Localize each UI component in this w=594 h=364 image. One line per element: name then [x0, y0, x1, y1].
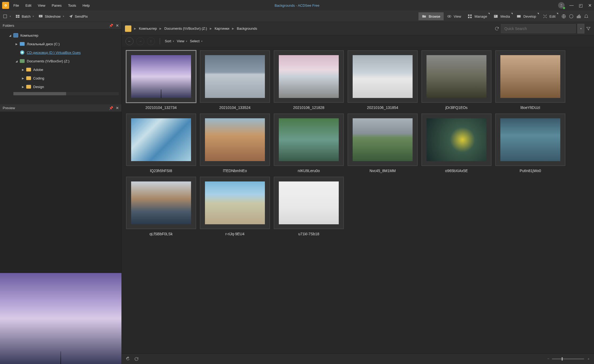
menu-view[interactable]: View [38, 3, 45, 7]
reload-icon[interactable] [134, 357, 139, 361]
close-button[interactable]: ✕ [588, 3, 592, 8]
globe-icon[interactable] [561, 14, 566, 19]
mode-media[interactable]: Media [490, 12, 513, 20]
close-panel-icon[interactable]: ✕ [116, 106, 119, 110]
menu-edit[interactable]: Edit [25, 3, 31, 7]
tree-local-disk[interactable]: ▶Локальный диск (C:) [0, 40, 121, 48]
menu-tools[interactable]: Tools [68, 3, 76, 7]
zoom-out-icon[interactable]: − [547, 357, 549, 361]
thumbnail-item[interactable]: o965bXiAx5E [421, 113, 492, 173]
thumbnail-item[interactable]: PutIn81jWo0 [495, 113, 565, 173]
zoom-in-icon[interactable]: ＋ [587, 357, 590, 361]
svg-rect-23 [580, 16, 581, 18]
batch-button[interactable]: Batch▾ [15, 14, 34, 19]
breadcrumb: ▶ Компьютер ▶ Documents (\\VBoxSvr) (Z:)… [122, 22, 594, 35]
tree-coding[interactable]: ▶Coding [0, 74, 121, 82]
search-input[interactable] [501, 24, 576, 33]
tree-documents[interactable]: ◢Documents (\\VBoxSvr) (Z:) [0, 57, 121, 65]
crumb-computer[interactable]: Компьютер [139, 26, 157, 31]
thumbnail-name: o965bXiAx5E [445, 169, 468, 173]
thumbnail-item[interactable]: lTEDNbmhIEo [200, 113, 270, 173]
thumbnail-image [279, 181, 339, 224]
svg-rect-13 [468, 17, 470, 18]
thumbnail-item[interactable]: r-riJq-9EU4 [200, 177, 270, 236]
thumbnail-name: 20210106_121828 [293, 105, 325, 110]
svg-rect-4 [16, 15, 17, 16]
search-options-button[interactable]: ▾ [577, 24, 584, 33]
new-button[interactable]: ▾ [3, 14, 11, 19]
select-dropdown[interactable]: Select▾ [190, 39, 203, 43]
titlebar: File Edit View Panes Tools Help Backgrou… [0, 0, 594, 11]
sync-icon[interactable] [125, 357, 130, 361]
tree-design[interactable]: ▶Design [0, 82, 121, 91]
preview-panel-title: Preview [3, 106, 15, 110]
nav-up-button[interactable]: ↑ [147, 37, 155, 45]
user-account-icon[interactable] [558, 2, 565, 9]
svg-point-2 [561, 4, 562, 5]
menu-panes[interactable]: Panes [52, 3, 62, 7]
thumbnail-item[interactable]: nIKU9Leru0o [274, 113, 344, 173]
tree-computer[interactable]: ◢Компьютер [0, 31, 121, 40]
pin-icon[interactable]: 📌 [109, 106, 113, 110]
tree-adobe[interactable]: ▶Adobe [0, 65, 121, 74]
thumbnail-item[interactable]: 20210104_132734 [126, 50, 196, 110]
select-label: Select [190, 39, 200, 43]
nav-back-button[interactable]: ← [125, 37, 134, 45]
thumbnail-name: qLfSBbF0LSk [150, 232, 173, 236]
thumbnail-item[interactable]: l8oeYltDUzI [495, 50, 565, 110]
mode-view[interactable]: View [444, 12, 464, 20]
menu-file[interactable]: File [13, 3, 19, 7]
svg-rect-20 [577, 16, 577, 18]
mode-view-label: View [454, 14, 461, 18]
tree-cd[interactable]: CD-дисковод (D:) VirtualBox Gues [0, 48, 121, 57]
crumb-pics[interactable]: Картинки [215, 26, 229, 31]
thumbnail-item[interactable]: Nvc45_8M1MM [348, 113, 418, 173]
sort-dropdown[interactable]: Sort▾ [165, 39, 174, 43]
nav-forward-button[interactable]: → [136, 37, 144, 45]
close-panel-icon[interactable]: ✕ [116, 24, 119, 28]
thumbnail-item[interactable]: lQ23h5hFSI8 [126, 113, 196, 173]
bell-icon[interactable] [584, 14, 589, 19]
thumbnail-frame [348, 113, 418, 166]
thumbnail-image [131, 55, 191, 98]
thumbnail-frame [274, 177, 344, 229]
mode-media-label: Media [500, 14, 510, 18]
crumb-bg[interactable]: Backgrounds [237, 26, 257, 31]
chart-icon[interactable] [576, 14, 581, 19]
minimize-button[interactable]: — [569, 3, 574, 8]
view-dropdown[interactable]: View▾ [177, 39, 187, 43]
mode-develop[interactable]: Develop [513, 12, 539, 20]
thumbnail-image [279, 55, 339, 98]
thumbnail-frame [126, 177, 196, 229]
thumbnail-item[interactable]: qLfSBbF0LSk [126, 177, 196, 236]
slideshow-button[interactable]: Slideshow▾ [38, 14, 64, 19]
sendpix-button[interactable]: SendPix [68, 14, 88, 19]
thumbnail-item[interactable]: 20210104_133524 [200, 50, 270, 110]
mode-browse[interactable]: Browse [418, 12, 443, 20]
pin-icon[interactable]: 📌 [109, 24, 113, 28]
365-icon[interactable] [569, 14, 574, 19]
mode-edit[interactable]: Edit [539, 12, 559, 20]
zoom-slider[interactable] [552, 358, 584, 359]
tree-scrollbar[interactable] [13, 92, 119, 95]
crumb-docs[interactable]: Documents (\\VBoxSvr) (Z:) [164, 26, 207, 31]
thumbnail-name: l8oeYltDUzI [520, 105, 540, 110]
preview-panel-header: Preview 📌 ✕ [0, 104, 121, 112]
tree-coding-label: Coding [33, 76, 44, 80]
maximize-button[interactable]: ◰ [578, 3, 583, 8]
refresh-icon[interactable] [494, 26, 499, 31]
mode-manage[interactable]: Manage [464, 12, 490, 20]
menu-help[interactable]: Help [83, 3, 90, 7]
thumbnail-item[interactable]: u71kl-7Sb18 [274, 177, 344, 236]
filter-icon[interactable] [586, 26, 591, 31]
thumbnail-name: u71kl-7Sb18 [298, 232, 319, 236]
thumbnail-name: Nvc45_8M1MM [370, 169, 396, 173]
home-icon[interactable] [125, 25, 131, 32]
thumbnail-frame [200, 50, 270, 103]
thumbnail-item[interactable]: 20210106_131854 [348, 50, 418, 110]
thumbnail-item[interactable]: 20210106_121828 [274, 50, 344, 110]
svg-rect-14 [470, 17, 472, 18]
thumbnail-image [131, 118, 191, 161]
thumbnail-item[interactable]: jDr3lFQ1EOs [421, 50, 492, 110]
sort-label: Sort [165, 39, 171, 43]
